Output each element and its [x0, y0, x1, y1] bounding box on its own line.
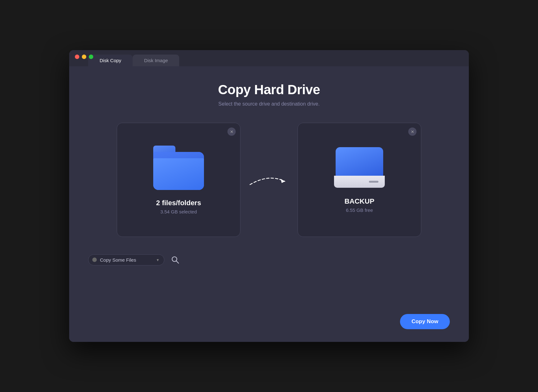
tab-disk-image[interactable]: Disk Image — [133, 55, 179, 66]
traffic-lights — [69, 55, 99, 63]
destination-card-close[interactable]: ✕ — [408, 127, 417, 136]
cards-row: ✕ 2 files/folders 3.54 GB selected — [88, 123, 450, 237]
bottom-bar: Copy Some Files ▾ — [88, 250, 450, 270]
hdd-body — [336, 147, 383, 176]
destination-card-detail: 6.55 GB free — [346, 207, 373, 213]
chevron-down-icon: ▾ — [157, 258, 159, 262]
page-title: Copy Hard Drive — [218, 82, 320, 97]
copy-now-area: Copy Now — [88, 311, 450, 329]
arrow-area — [240, 172, 298, 188]
source-card-detail: 3.54 GB selected — [160, 209, 197, 214]
destination-card-name: BACKUP — [344, 197, 374, 206]
hdd-icon — [334, 147, 385, 188]
close-button[interactable] — [75, 55, 79, 59]
folder-icon — [153, 146, 204, 190]
svg-line-2 — [176, 261, 179, 263]
minimize-button[interactable] — [82, 55, 86, 59]
hdd-slot — [369, 181, 378, 183]
source-card-close[interactable]: ✕ — [227, 127, 236, 136]
source-card-name: 2 files/folders — [156, 199, 201, 207]
source-card[interactable]: ✕ 2 files/folders 3.54 GB selected — [117, 123, 240, 237]
mode-selector[interactable]: Copy Some Files ▾ — [88, 254, 164, 265]
main-window: Disk Copy Disk Image Copy Hard Drive Sel… — [69, 50, 469, 342]
folder-front — [153, 158, 204, 190]
page-subtitle: Select the source drive and destination … — [218, 101, 319, 107]
search-icon — [171, 256, 179, 264]
search-button[interactable] — [168, 253, 182, 267]
maximize-button[interactable] — [89, 55, 93, 59]
main-content: Copy Hard Drive Select the source drive … — [69, 66, 469, 342]
hdd-bottom — [334, 176, 385, 188]
title-bar: Disk Copy Disk Image — [69, 50, 469, 66]
mode-dot-icon — [92, 258, 97, 262]
copy-now-button[interactable]: Copy Now — [400, 314, 450, 329]
copy-arrow-icon — [247, 172, 291, 188]
tab-bar: Disk Copy Disk Image — [88, 55, 179, 66]
destination-card[interactable]: ✕ BACKUP 6.55 GB free — [298, 123, 421, 237]
mode-label: Copy Some Files — [100, 257, 154, 263]
